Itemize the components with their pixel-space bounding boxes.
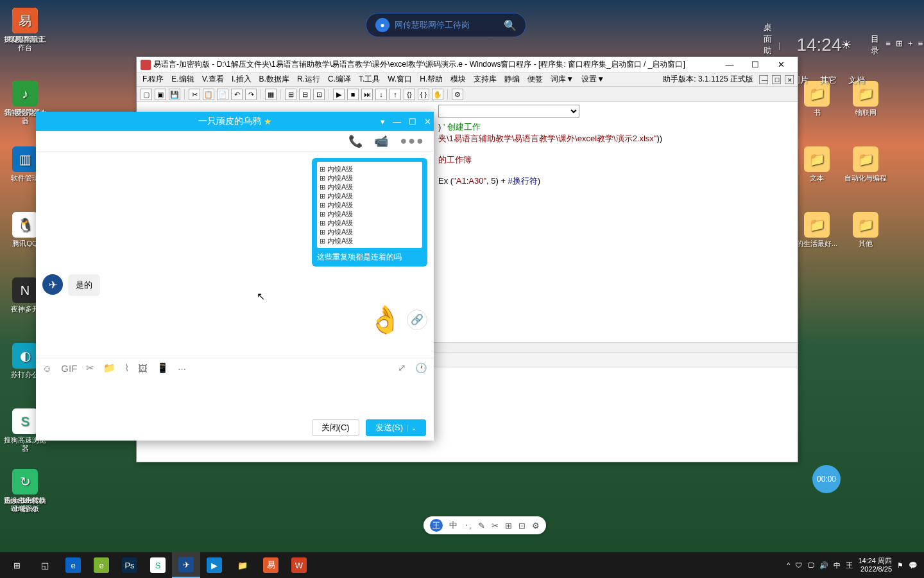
chat-tool-icon[interactable]: ⤢ xyxy=(398,362,406,374)
menu-item[interactable]: 静编 xyxy=(502,73,522,86)
taskbar-item[interactable]: Ps xyxy=(116,552,144,578)
menu-item[interactable]: T.工具 xyxy=(357,73,382,86)
ime-button[interactable]: ✎ xyxy=(478,521,485,530)
ime-logo[interactable]: 王 xyxy=(430,519,443,532)
tray-icon[interactable]: 王 xyxy=(846,561,853,570)
video-call-icon[interactable]: 📹 xyxy=(374,134,388,148)
toolbar-button[interactable]: ⏭ xyxy=(361,89,373,100)
desktop-icon[interactable]: 📁的生活最好... xyxy=(796,212,838,248)
menu-item[interactable]: B.数据库 xyxy=(257,73,291,86)
toolbar-button[interactable]: ✂ xyxy=(189,89,200,100)
toolbar-button[interactable]: ↑ xyxy=(389,89,401,100)
ide-mdi-button[interactable]: — xyxy=(759,75,768,84)
toolbar-button[interactable]: ⊟ xyxy=(299,89,311,100)
toolbar-button[interactable]: ⚙ xyxy=(452,89,463,100)
chat-tool-icon[interactable]: ⌇ xyxy=(124,362,129,374)
more-icon[interactable]: ●●● xyxy=(400,134,425,148)
menu-item[interactable]: E.编辑 xyxy=(169,73,196,86)
ide-dropdown-1[interactable] xyxy=(438,105,579,118)
tray-icon[interactable]: 🛡 xyxy=(795,561,802,569)
tray-icon[interactable]: 💬 xyxy=(909,561,918,570)
menu-item[interactable]: V.查看 xyxy=(200,73,226,86)
send-button[interactable]: 发送(S) ⌄ xyxy=(366,419,426,436)
menu-item[interactable]: C.编译 xyxy=(326,73,353,86)
desktop-icon[interactable]: ↻迅读PDF转换器 xyxy=(4,469,46,513)
taskbar-item[interactable]: ▶ xyxy=(200,552,228,578)
ime-button[interactable]: ⊞ xyxy=(505,521,512,530)
taskbar-clock[interactable]: 14:24 周四2022/8/25 xyxy=(858,557,892,574)
toolbar-button[interactable]: 📋 xyxy=(203,89,214,100)
voice-call-icon[interactable]: 📞 xyxy=(348,134,363,148)
menu-item[interactable]: 设置▼ xyxy=(579,73,606,86)
favorite-icon[interactable]: ★ xyxy=(264,116,272,127)
ide-mdi-button[interactable]: ☐ xyxy=(772,75,781,84)
taskbar-item[interactable]: 📁 xyxy=(228,552,257,578)
chat-tool-icon[interactable]: ☺ xyxy=(42,363,52,374)
toolbar-button[interactable]: {} xyxy=(404,89,415,100)
taskbar-item[interactable]: S xyxy=(144,552,172,578)
toolbar-button[interactable]: ▦ xyxy=(265,89,277,100)
tray-icon[interactable]: 🔊 xyxy=(819,561,828,570)
menu-item[interactable]: I.插入 xyxy=(230,73,253,86)
chat-window-button[interactable]: ✕ xyxy=(424,117,431,127)
taskbar-item[interactable]: e xyxy=(59,552,87,578)
ime-toolbar[interactable]: 王中᛫,✎✂⊞⊡⚙ xyxy=(424,516,546,534)
menu-item[interactable]: W.窗口 xyxy=(386,73,414,86)
toolbar-button[interactable]: ↷ xyxy=(245,89,257,100)
taskbar-item[interactable]: ✈ xyxy=(172,552,200,578)
chat-tool-icon[interactable]: 🕐 xyxy=(415,362,427,374)
sidebar-tool-icon[interactable]: ≡ xyxy=(886,39,891,48)
menu-item[interactable]: 模块 xyxy=(449,73,468,86)
chat-tool-icon[interactable]: ··· xyxy=(178,363,186,374)
chat-tool-icon[interactable]: 📱 xyxy=(157,362,169,374)
taskbar-item[interactable]: e xyxy=(87,552,116,578)
ime-button[interactable]: ⚙ xyxy=(532,521,540,530)
ime-button[interactable]: ⊡ xyxy=(518,521,526,530)
toolbar-button[interactable]: 📄 xyxy=(217,89,228,100)
toolbar-button[interactable]: ⊡ xyxy=(313,89,325,100)
menu-item[interactable]: 支持库 xyxy=(472,73,499,86)
sidebar-tab[interactable]: 文档 xyxy=(848,74,865,86)
taskbar-item[interactable]: 易 xyxy=(257,552,285,578)
close-button[interactable]: 关闭(C) xyxy=(312,419,359,436)
tray-icon[interactable]: ^ xyxy=(787,561,790,569)
sidebar-tool-icon[interactable]: ⊞ xyxy=(896,39,903,48)
menu-item[interactable]: H.帮助 xyxy=(418,73,445,86)
ide-mdi-button[interactable]: ✕ xyxy=(785,75,794,84)
chat-window-button[interactable]: — xyxy=(393,117,401,127)
desktop-icon[interactable]: 📁自动化与编程 xyxy=(844,146,887,182)
tray-icon[interactable]: 🖵 xyxy=(807,561,814,569)
taskbar-item[interactable]: ⊞ xyxy=(3,552,31,578)
toolbar-button[interactable]: ▣ xyxy=(155,89,166,100)
toolbar-button[interactable]: ■ xyxy=(347,89,359,100)
toolbar-button[interactable]: ▢ xyxy=(141,89,152,100)
desktop-icon[interactable]: 易易语言 xyxy=(4,8,46,44)
timer-widget[interactable]: 00:00 xyxy=(812,465,841,493)
toolbar-button[interactable]: { } xyxy=(418,89,429,100)
sidebar-tool-icon[interactable]: ≡ xyxy=(918,39,923,48)
chat-tool-icon[interactable]: 📁 xyxy=(103,362,116,374)
chat-tool-icon[interactable]: GIF xyxy=(61,363,77,374)
ide-max-button[interactable]: ☐ xyxy=(742,60,768,69)
menu-item[interactable]: R.运行 xyxy=(295,73,322,86)
send-dropdown-icon[interactable]: ⌄ xyxy=(407,425,416,432)
toolbar-button[interactable]: ⊞ xyxy=(285,89,296,100)
chat-textarea[interactable] xyxy=(36,378,434,415)
toolbar-button[interactable]: ✋ xyxy=(432,89,443,100)
chat-tool-icon[interactable]: 🖼 xyxy=(138,363,148,374)
toolbar-button[interactable]: ↶ xyxy=(231,89,243,100)
tray-icon[interactable]: ⚑ xyxy=(897,561,903,570)
ide-close-button[interactable]: ✕ xyxy=(768,60,794,69)
search-icon[interactable]: 🔍 xyxy=(504,19,517,31)
menu-item[interactable]: F.程序 xyxy=(141,73,166,86)
toolbar-button[interactable]: ↓ xyxy=(375,89,387,100)
menu-item[interactable]: 词库▼ xyxy=(549,73,576,86)
menu-item[interactable]: 便签 xyxy=(526,73,545,86)
top-search[interactable]: ● 网传慧聪网停工待岗 🔍 xyxy=(366,13,526,37)
ide-min-button[interactable]: — xyxy=(717,60,742,69)
chat-window-button[interactable]: ▾ xyxy=(381,117,385,127)
tray-icon[interactable]: 中 xyxy=(834,561,841,570)
taskbar-item[interactable]: ◱ xyxy=(31,552,59,578)
ide-titlebar[interactable]: 易语言-加密狗版 - D:\1解压文件夹\1易语言辅助教学\易语言教学\课外\e… xyxy=(137,57,798,73)
chat-titlebar[interactable]: 一只顽皮的乌鸦 ★ ▾—☐✕ xyxy=(36,112,434,131)
